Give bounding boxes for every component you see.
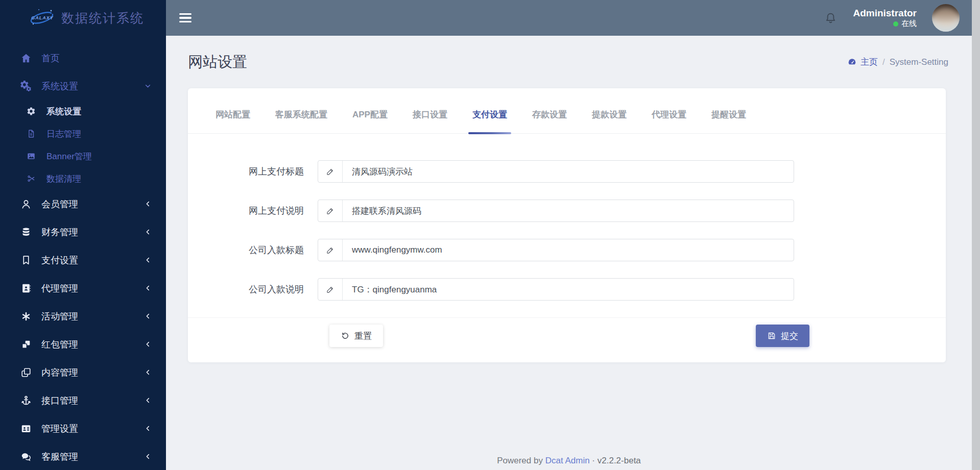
sidebar-item-payment-setting[interactable]: 支付设置 bbox=[0, 246, 166, 274]
field-row-company-in-desc: 公司入款说明 bbox=[188, 278, 946, 301]
tab-service-system[interactable]: 客服系统配置 bbox=[275, 88, 327, 133]
notification-bell-icon[interactable] bbox=[824, 11, 838, 25]
id-card-icon bbox=[19, 423, 33, 435]
undo-icon bbox=[341, 331, 350, 340]
anchor-icon bbox=[19, 394, 33, 407]
galaxy-logo-icon: GALAXY bbox=[29, 7, 55, 29]
edit-pencil-icon bbox=[318, 161, 343, 182]
sidebar-item-admin-setting[interactable]: 管理设置 bbox=[0, 414, 166, 442]
topbar: Administrator 在线 bbox=[166, 0, 980, 36]
chevron-down-icon bbox=[144, 82, 153, 91]
comments-icon bbox=[19, 451, 33, 463]
breadcrumb: 主页 / System-Setting bbox=[847, 56, 948, 68]
tab-deposit[interactable]: 存款设置 bbox=[532, 88, 567, 133]
sidebar-item-label: 支付设置 bbox=[41, 254, 78, 266]
sidebar-item-banner-manage[interactable]: Banner管理 bbox=[0, 145, 166, 167]
tab-remind[interactable]: 提醒设置 bbox=[711, 88, 746, 133]
sidebar-item-log-manage[interactable]: 日志管理 bbox=[0, 122, 166, 145]
tab-withdraw[interactable]: 提款设置 bbox=[592, 88, 627, 133]
chevron-left-icon bbox=[144, 228, 153, 237]
sidebar-item-finance-manage[interactable]: 财务管理 bbox=[0, 218, 166, 246]
tab-app[interactable]: APP配置 bbox=[352, 88, 388, 133]
sidebar-item-member-manage[interactable]: 会员管理 bbox=[0, 190, 166, 218]
chevron-left-icon bbox=[144, 368, 153, 377]
input-group-online-pay-desc bbox=[318, 200, 794, 222]
user-name: Administrator bbox=[853, 7, 917, 19]
sidebar-item-label: 系统设置 bbox=[46, 106, 81, 117]
field-row-online-pay-title: 网上支付标题 bbox=[188, 160, 946, 183]
breadcrumb-divider: / bbox=[882, 57, 885, 67]
brand: GALAXY 数据统计系统 bbox=[0, 0, 166, 36]
sidebar-menu: 首页系统设置系统设置日志管理Banner管理数据清理会员管理财务管理支付设置代理… bbox=[0, 36, 166, 470]
sidebar-item-label: Banner管理 bbox=[46, 151, 92, 162]
edit-pencil-icon bbox=[318, 279, 343, 300]
tab-interface[interactable]: 接口设置 bbox=[413, 88, 447, 133]
input-online-pay-desc[interactable] bbox=[343, 200, 794, 221]
chevron-left-icon bbox=[144, 284, 153, 293]
input-group-online-pay-title bbox=[318, 160, 794, 183]
settings-card: 网站配置客服系统配置APP配置接口设置支付设置存款设置提款设置代理设置提醒设置 … bbox=[188, 88, 946, 362]
save-icon bbox=[767, 331, 776, 340]
sidebar-item-label: 数据清理 bbox=[46, 173, 81, 185]
sidebar: GALAXY 数据统计系统 首页系统设置系统设置日志管理Banner管理数据清理… bbox=[0, 0, 166, 470]
tab-agent[interactable]: 代理设置 bbox=[652, 88, 686, 133]
sidebar-item-data-clean[interactable]: 数据清理 bbox=[0, 167, 166, 190]
clone-icon bbox=[19, 366, 33, 379]
dcat-admin-link[interactable]: Dcat Admin bbox=[545, 456, 590, 465]
submit-button[interactable]: 提交 bbox=[756, 325, 809, 347]
sidebar-item-label: 接口管理 bbox=[41, 394, 78, 407]
vertical-scrollbar[interactable] bbox=[972, 0, 980, 470]
chevron-left-icon bbox=[144, 452, 153, 461]
user-icon bbox=[19, 198, 33, 210]
chevron-left-icon bbox=[144, 256, 153, 265]
input-company-in-desc[interactable] bbox=[343, 279, 794, 300]
tab-website[interactable]: 网站配置 bbox=[216, 88, 250, 133]
user-avatar[interactable] bbox=[932, 4, 960, 32]
field-row-company-in-title: 公司入款标题 bbox=[188, 239, 946, 261]
sidebar-item-service-manage[interactable]: 客服管理 bbox=[0, 442, 166, 470]
version-label: v2.2.2-beta bbox=[597, 456, 641, 465]
sidebar-item-redpacket-manage[interactable]: 红包管理 bbox=[0, 330, 166, 358]
chevron-left-icon bbox=[144, 200, 153, 209]
edit-pencil-icon bbox=[318, 200, 343, 221]
breadcrumb-current: System-Setting bbox=[890, 57, 948, 67]
chevron-left-icon bbox=[144, 424, 153, 433]
edit-pencil-icon bbox=[318, 239, 343, 261]
sidebar-item-system-settings[interactable]: 系统设置 bbox=[0, 72, 166, 100]
field-label-online-pay-title: 网上支付标题 bbox=[188, 165, 318, 178]
sidebar-item-label: 红包管理 bbox=[41, 338, 78, 351]
footer: Powered by Dcat Admin · v2.2.2-beta bbox=[166, 456, 972, 466]
settings-form: 网上支付标题网上支付说明公司入款标题公司入款说明 bbox=[188, 134, 946, 301]
app-title: 数据统计系统 bbox=[61, 10, 144, 27]
activity-icon bbox=[19, 310, 33, 323]
breadcrumb-home-link[interactable]: 主页 bbox=[847, 56, 878, 68]
reset-button[interactable]: 重置 bbox=[329, 325, 383, 347]
bookmark-icon bbox=[19, 254, 33, 266]
sidebar-item-label: 会员管理 bbox=[41, 198, 78, 210]
address-book-icon bbox=[19, 282, 33, 294]
user-menu[interactable]: Administrator 在线 bbox=[853, 7, 917, 29]
image-icon bbox=[25, 150, 38, 162]
menu-toggle-icon[interactable] bbox=[179, 13, 192, 22]
input-company-in-title[interactable] bbox=[343, 239, 794, 261]
input-group-company-in-desc bbox=[318, 278, 794, 301]
sidebar-item-agent-manage[interactable]: 代理管理 bbox=[0, 274, 166, 302]
logo-text: GALAXY bbox=[31, 15, 54, 20]
chevron-left-icon bbox=[144, 340, 153, 349]
sidebar-item-api-manage[interactable]: 接口管理 bbox=[0, 386, 166, 414]
tab-payment[interactable]: 支付设置 bbox=[472, 88, 507, 133]
sidebar-item-label: 首页 bbox=[41, 52, 60, 64]
sidebar-item-label: 客服管理 bbox=[41, 451, 78, 463]
database-icon bbox=[19, 226, 33, 238]
input-online-pay-title[interactable] bbox=[343, 161, 794, 182]
field-label-company-in-desc: 公司入款说明 bbox=[188, 283, 318, 295]
footer-separator: · bbox=[592, 456, 595, 465]
sidebar-item-activity-manage[interactable]: 活动管理 bbox=[0, 302, 166, 330]
sidebar-item-label: 财务管理 bbox=[41, 226, 78, 238]
sidebar-item-label: 系统设置 bbox=[41, 80, 78, 92]
cog-icon bbox=[25, 105, 38, 117]
sidebar-item-system-setting[interactable]: 系统设置 bbox=[0, 100, 166, 122]
sidebar-item-label: 内容管理 bbox=[41, 366, 78, 379]
sidebar-item-content-manage[interactable]: 内容管理 bbox=[0, 358, 166, 386]
sidebar-item-home[interactable]: 首页 bbox=[0, 44, 166, 72]
